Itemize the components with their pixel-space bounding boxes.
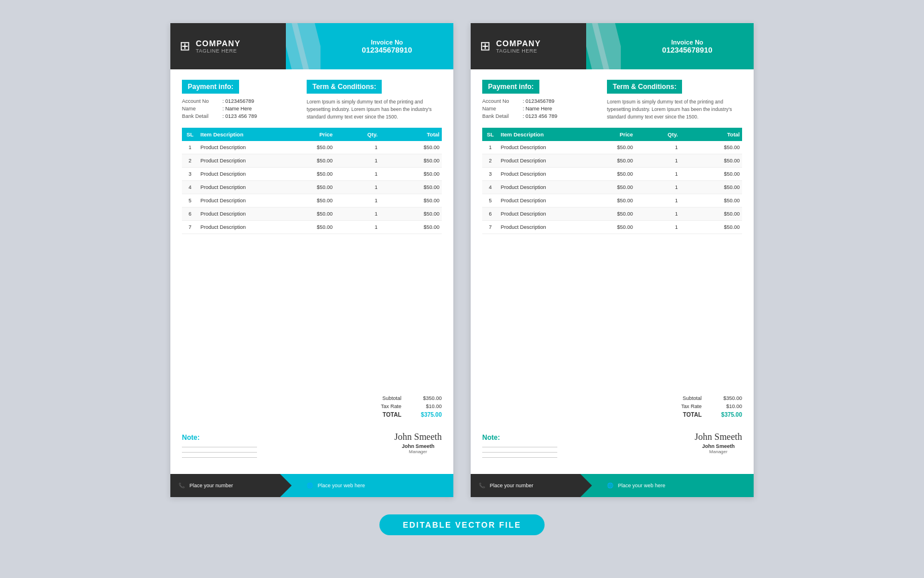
subtotal-row-2: Subtotal $350.00 [482,394,742,402]
cell-qty: 1 [335,181,380,194]
footer-arrow-2 [586,474,598,497]
company-text-2: COMPANY TAGLINE HERE [496,39,541,54]
cell-desc: Product Description [198,208,273,221]
invoice-1-logo-area: ⊞ COMPANY TAGLINE HERE [170,23,286,69]
header-x-shape [286,23,321,69]
payment-row-account-2: Account No : 0123456789 [482,98,598,104]
name-label: Name [182,106,222,112]
editable-label: EDITABLE VECTOR FILE [379,514,544,535]
note-line-3-2 [482,457,557,458]
col-sl-header: SL [182,128,198,141]
cell-price: $50.00 [573,141,635,154]
cell-qty: 1 [335,168,380,181]
table-row: 5 Product Description $50.00 1 $50.00 [482,194,742,208]
cell-qty: 1 [635,208,680,221]
cell-sl: 4 [482,181,498,194]
footer-web: 🌐 Place your web here [297,474,453,497]
terms-text: Lorem Ipsum is simply dummy text of the … [307,98,442,120]
invoice-2-payment-info: Payment info: Account No : 0123456789 Na… [482,80,598,121]
cell-total: $50.00 [680,208,742,221]
cell-total: $50.00 [380,221,442,234]
cell-qty: 1 [335,154,380,168]
footer-arrow [286,474,297,497]
col-total-header-2: Total [680,128,742,141]
col-price-header-2: Price [573,128,635,141]
col-total-header: Total [380,128,442,141]
footer-phone: 📞 Place your number [170,474,286,497]
cell-desc: Product Description [498,208,573,221]
note-line-2-2 [482,452,557,453]
company-tagline-2: TAGLINE HERE [496,48,541,54]
invoice-1-payment-info: Payment info: Account No : 0123456789 Na… [182,80,297,121]
invoice-1-bottom: Note: John Smeeth John Smeeth Manager [170,426,453,468]
cell-desc: Product Description [198,181,273,194]
cell-price: $50.00 [273,194,335,208]
phone-icon-2: 📞 [479,483,485,488]
terms-text-2: Lorem Ipsum is simply dummy text of the … [607,98,742,120]
invoice-2-info-section: Payment info: Account No : 0123456789 Na… [471,69,754,128]
note-lines [182,447,257,458]
cell-desc: Product Description [498,181,573,194]
col-desc-header-2: Item Description [498,128,573,141]
invoice-2-table-body: 1 Product Description $50.00 1 $50.00 2 … [482,141,742,234]
subtotal-row: Subtotal $350.00 [182,394,442,402]
invoice-1-terms: Term & Conditions: Lorem Ipsum is simply… [307,80,442,121]
cell-qty: 1 [635,141,680,154]
header-x-shape-2 [586,23,621,69]
invoice-1-header: ⊞ COMPANY TAGLINE HERE Invoice No 012345… [170,23,453,69]
cell-qty: 1 [635,181,680,194]
table-row: 4 Product Description $50.00 1 $50.00 [482,181,742,194]
invoice-2: ⊞ COMPANY TAGLINE HERE Invoice No 012345… [471,23,754,497]
note-label: Note: [182,433,200,442]
account-value-2: : 0123456789 [523,98,554,104]
taxrate-value: $10.00 [407,403,442,409]
cell-sl: 5 [182,194,198,208]
account-label-2: Account No [482,98,523,104]
taxrate-value-2: $10.00 [707,403,742,409]
table-row: 6 Product Description $50.00 1 $50.00 [482,208,742,221]
bank-value: : 0123 456 789 [222,113,257,119]
cell-price: $50.00 [573,221,635,234]
footer-phone-label: Place your number [189,483,233,488]
cell-total: $50.00 [380,181,442,194]
name-value-2: : Name Here [523,106,552,112]
company-tagline: TAGLINE HERE [196,48,241,54]
footer-web-2: 🌐 Place your web here [598,474,754,497]
bank-value-2: : 0123 456 789 [523,113,557,119]
cell-sl: 7 [482,221,498,234]
invoice-1-no-area: Invoice No 012345678910 [321,23,453,69]
cell-desc: Product Description [198,154,273,168]
cell-total: $50.00 [380,208,442,221]
cell-price: $50.00 [573,208,635,221]
table-row: 5 Product Description $50.00 1 $50.00 [182,194,442,208]
invoice-1: ⊞ COMPANY TAGLINE HERE Invoice No 012345… [170,23,453,497]
invoice-2-footer: 📞 Place your number 🌐 Place your web her… [471,474,754,497]
total-value-2: $375.00 [707,412,742,418]
payment-row-name-2: Name : Name Here [482,106,598,112]
signature-name: John Smeeth [394,443,442,449]
company-logo-icon: ⊞ [180,39,190,54]
subtotal-value: $350.00 [407,395,442,401]
cell-price: $50.00 [273,221,335,234]
cell-qty: 1 [335,141,380,154]
web-icon: 🌐 [307,483,313,488]
cell-sl: 3 [482,168,498,181]
signature-area: John Smeeth John Smeeth Manager [394,432,442,454]
table-row: 3 Product Description $50.00 1 $50.00 [482,168,742,181]
table-row: 4 Product Description $50.00 1 $50.00 [182,181,442,194]
table-row: 3 Product Description $50.00 1 $50.00 [182,168,442,181]
table-header-row-2: SL Item Description Price Qty. Total [482,128,742,141]
cell-desc: Product Description [498,168,573,181]
signature-cursive: John Smeeth [394,432,442,442]
cell-desc: Product Description [498,194,573,208]
signature-cursive-2: John Smeeth [695,432,742,442]
cell-qty: 1 [635,221,680,234]
taxrate-row: Tax Rate $10.00 [182,402,442,410]
payment-row-bank: Bank Detail : 0123 456 789 [182,113,297,119]
account-value: : 0123456789 [222,98,254,104]
cell-sl: 2 [482,154,498,168]
invoice-1-totals: Subtotal $350.00 Tax Rate $10.00 TOTAL $… [170,392,453,421]
company-name-2: COMPANY [496,39,541,48]
company-logo-icon-2: ⊞ [480,39,490,54]
invoice-1-table: SL Item Description Price Qty. Total 1 P… [182,128,442,234]
